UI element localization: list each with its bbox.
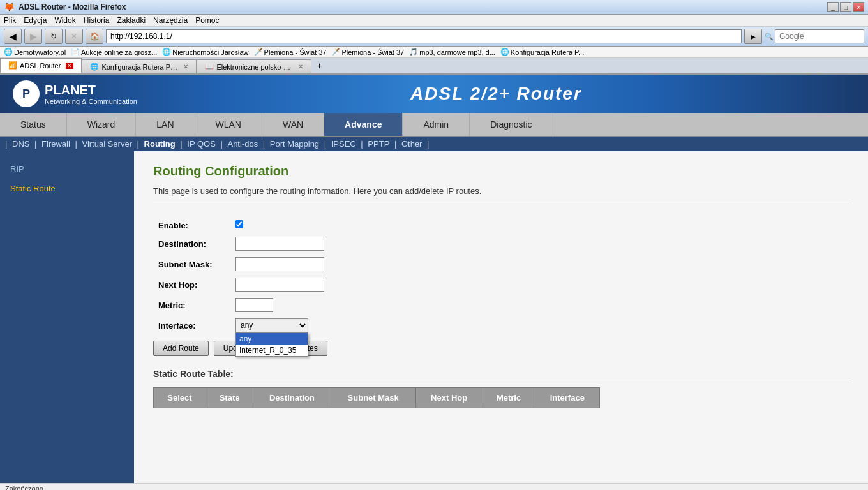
minimize-button[interactable]: _ — [827, 2, 839, 12]
reload-button[interactable]: ↻ — [45, 29, 63, 44]
nav-advance[interactable]: Advance — [324, 113, 403, 136]
enable-label: Enable: — [153, 217, 230, 234]
main-nav: Status Wizard LAN WLAN WAN Advance Admin… — [0, 113, 868, 137]
home-button[interactable]: 🏠 — [86, 29, 103, 44]
col-state: State — [206, 388, 253, 408]
page-description: This page is used to configure the routi… — [153, 186, 849, 204]
bookmark-icon: 🌐 — [500, 48, 509, 56]
bookmark-mp3[interactable]: 🎵 mp3, darmowe mp3, d... — [409, 48, 495, 56]
header-title: ADSL 2/2+ Router — [137, 84, 855, 104]
subnav-ipsec[interactable]: IPSEC — [329, 139, 359, 149]
interface-dropdown-list: any Internet_R_0_35 — [235, 332, 308, 357]
col-select: Select — [154, 388, 206, 408]
main-content: Routing Configuration This page is used … — [134, 151, 868, 483]
window-controls[interactable]: _ □ ✕ — [827, 2, 864, 12]
forward-button[interactable]: ▶ — [24, 29, 42, 44]
nav-wan[interactable]: WAN — [262, 113, 324, 136]
destination-input[interactable] — [235, 237, 324, 251]
bookmark-icon: 🎵 — [409, 48, 418, 56]
close-button[interactable]: ✕ — [853, 2, 864, 12]
dropdown-option-any[interactable]: any — [236, 333, 308, 345]
subnav-other[interactable]: Other — [399, 139, 425, 149]
col-next-hop: Next Hop — [415, 388, 483, 408]
bookmark-aukcje[interactable]: 📄 Aukcje online za grosz... — [71, 48, 157, 56]
stop-button[interactable]: ✕ — [65, 29, 83, 44]
metric-input[interactable] — [235, 298, 273, 312]
bookmark-konfiguracja[interactable]: 🌐 Konfiguracja Rutera P... — [500, 48, 584, 56]
nav-wlan[interactable]: WLAN — [195, 113, 262, 136]
tab-adsl-router[interactable]: 📶 ADSL Router ✕ — [0, 58, 82, 73]
browser-toolbar: ◀ ▶ ↻ ✕ 🏠 ▶ 🔍 — [0, 27, 868, 47]
router-header: P PLANET Networking & Communication ADSL… — [0, 75, 868, 113]
new-tab-button[interactable]: + — [311, 58, 327, 73]
enable-checkbox[interactable] — [235, 220, 243, 228]
nav-diagnostic[interactable]: Diagnostic — [470, 113, 553, 136]
menu-widok[interactable]: Widok — [54, 16, 75, 25]
subnav-routing[interactable]: Routing — [142, 139, 178, 149]
bookmark-plemiona1[interactable]: 🗡️ Plemiona - Świat 37 — [254, 48, 327, 56]
bookmarks-bar: 🌐 Demotywatory.pl 📄 Aukcje online za gro… — [0, 47, 868, 58]
bookmark-nieruchomosci[interactable]: 🌐 Nieruchomości Jarosław — [162, 48, 248, 56]
search-bar[interactable] — [775, 29, 864, 43]
col-subnet-mask: Subnet Mask — [331, 388, 415, 408]
tab-konfiguracja[interactable]: 🌐 Konfiguracja Rutera PLANET ADW-4401 ✕ — [82, 59, 197, 73]
browser-titlebar: 🦊 ADSL Router - Mozilla Firefox _ □ ✕ — [0, 0, 868, 15]
subnav-pptp[interactable]: PPTP — [365, 139, 392, 149]
subnav-antidos[interactable]: Anti-dos — [225, 139, 260, 149]
logo-icon: P — [13, 80, 40, 107]
menu-pomoc[interactable]: Pomoc — [195, 16, 219, 25]
dropdown-option-internet[interactable]: Internet_R_0_35 — [236, 345, 308, 356]
subnav-portmapping[interactable]: Port Mapping — [267, 139, 322, 149]
logo-text: PLANET Networking & Communication — [45, 83, 137, 105]
nav-lan[interactable]: LAN — [136, 113, 195, 136]
next-hop-input[interactable] — [235, 278, 324, 292]
bookmark-demotywatory[interactable]: 🌐 Demotywatory.pl — [4, 48, 66, 56]
tab-close-0[interactable]: ✕ — [66, 63, 73, 69]
subnet-mask-label: Subnet Mask: — [153, 254, 230, 274]
tab-slownik[interactable]: 📖 Elektroniczne polsko-angielsko-polski … — [197, 59, 311, 73]
subnav-dns[interactable]: DNS — [10, 139, 32, 149]
tab-close-2[interactable]: ✕ — [298, 63, 303, 70]
sidebar-item-rip[interactable]: RIP — [0, 159, 134, 179]
nav-admin[interactable]: Admin — [403, 113, 470, 136]
go-button[interactable]: ▶ — [744, 29, 762, 44]
menu-narzedzia[interactable]: Narzędzia — [153, 16, 188, 25]
nav-status[interactable]: Status — [0, 113, 67, 136]
tab-close-1[interactable]: ✕ — [183, 63, 188, 70]
col-metric: Metric — [483, 388, 535, 408]
subnav-firewall[interactable]: Firewall — [39, 139, 73, 149]
tabs-bar: 📶 ADSL Router ✕ 🌐 Konfiguracja Rutera PL… — [0, 58, 868, 75]
menu-historia[interactable]: Historia — [84, 16, 110, 25]
subnet-mask-input[interactable] — [235, 257, 324, 271]
metric-label: Metric: — [153, 295, 230, 315]
menu-plik[interactable]: Plik — [4, 16, 16, 25]
destination-label: Destination: — [153, 234, 230, 254]
sidebar-item-static-route[interactable]: Static Route — [0, 179, 134, 198]
browser-menubar: Plik Edycja Widok Historia Zakładki Narz… — [0, 15, 868, 27]
next-hop-label: Next Hop: — [153, 274, 230, 295]
nav-wizard[interactable]: Wizard — [67, 113, 137, 136]
address-bar[interactable] — [106, 29, 742, 43]
add-route-button[interactable]: Add Route — [153, 341, 209, 356]
sub-nav: | DNS | Firewall | Virtual Server | Rout… — [0, 137, 868, 151]
bookmark-plemiona2[interactable]: 🗡️ Plemiona - Świat 37 — [331, 48, 404, 56]
routing-form: Enable: Destination: Subnet Mask: Next H… — [153, 217, 329, 336]
content-wrapper: RIP Static Route Routing Configuration T… — [0, 151, 868, 483]
menu-zakladki[interactable]: Zakładki — [117, 16, 146, 25]
subnav-virtual-server[interactable]: Virtual Server — [79, 139, 135, 149]
tab-favicon: 📶 — [8, 61, 17, 70]
interface-label: Interface: — [153, 315, 230, 336]
bookmark-icon: 🌐 — [162, 48, 171, 56]
browser-title: ADSL Router - Mozilla Firefox — [19, 3, 126, 11]
interface-select[interactable]: any Internet_R_0_35 — [235, 318, 308, 332]
menu-edycja[interactable]: Edycja — [24, 16, 47, 25]
maximize-button[interactable]: □ — [840, 2, 851, 12]
subnav-ipqos[interactable]: IP QOS — [184, 139, 218, 149]
statusbar-text: Zakończono — [5, 485, 43, 490]
bookmark-icon: 🗡️ — [254, 48, 263, 56]
col-destination: Destination — [253, 388, 331, 408]
bookmark-icon: 📄 — [71, 48, 80, 56]
static-route-table-title: Static Route Table: — [153, 369, 849, 382]
back-button[interactable]: ◀ — [4, 29, 22, 44]
bookmark-icon: 🌐 — [4, 48, 13, 56]
